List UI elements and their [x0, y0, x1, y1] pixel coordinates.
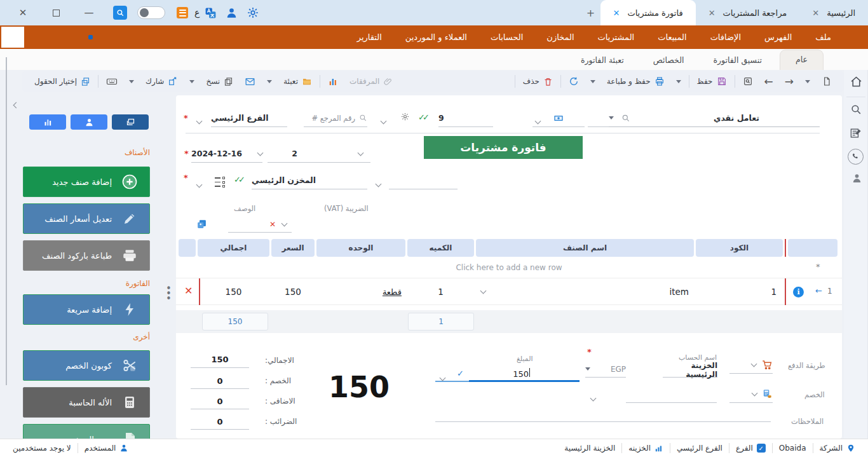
- close-window-icon[interactable]: ✕: [10, 0, 36, 25]
- invoice-date-field[interactable]: 2024-12-16: [191, 145, 262, 163]
- row-item-name-cell[interactable]: item: [476, 284, 694, 299]
- status-treasury-value[interactable]: الخزينة الرئيسية: [558, 444, 621, 453]
- account-name-field[interactable]: الخزينة الرئيسية: [663, 362, 717, 378]
- copy-button[interactable]: نسخ: [200, 71, 239, 92]
- add-item-button[interactable]: إضافة صنف جديد: [23, 167, 150, 197]
- strip-search-button[interactable]: [850, 104, 862, 116]
- attachments-button[interactable]: المرفقات: [344, 71, 398, 92]
- quick-add-button[interactable]: إضافة سريعة: [23, 294, 150, 325]
- menu-sales[interactable]: المبيعات: [658, 32, 686, 42]
- keyboard-button[interactable]: [100, 71, 123, 92]
- tab-purchase-invoice[interactable]: فاتورة مشتريات ✕: [600, 0, 696, 25]
- status-company-value[interactable]: Obaida: [773, 444, 813, 453]
- menu-addons[interactable]: الإضافات: [710, 32, 741, 42]
- discount-extra-dropdown-icon[interactable]: [591, 393, 595, 402]
- warehouse-list-dropdown-icon[interactable]: [197, 179, 201, 189]
- language-letter[interactable]: ع: [194, 8, 200, 18]
- refresh-button[interactable]: [563, 71, 585, 92]
- statistics-button[interactable]: [322, 71, 344, 92]
- row-code-cell[interactable]: 1: [696, 284, 783, 299]
- menu-index[interactable]: الفهرس: [764, 32, 792, 42]
- email-button[interactable]: [239, 71, 261, 92]
- subtab-invoice-fill[interactable]: تعبئة الفاتورة: [569, 51, 635, 70]
- minimize-window-icon[interactable]: —: [76, 0, 102, 25]
- search-icon[interactable]: [621, 114, 630, 123]
- fill-button[interactable]: تعبئة: [278, 71, 318, 92]
- edit-item-prices-button[interactable]: تعديل أسعار الصنف: [23, 203, 150, 234]
- new-tab-button[interactable]: +: [581, 0, 600, 25]
- menu-purchases[interactable]: المشتريات: [598, 32, 635, 42]
- status-branch[interactable]: ✓ الفرع: [729, 444, 772, 453]
- print-barcode-button[interactable]: طباعة باركود الصنف: [23, 240, 150, 271]
- settings-gear-icon[interactable]: [247, 6, 259, 19]
- invoice-series-field[interactable]: [322, 145, 370, 163]
- add-new-row[interactable]: Click here to add a new row: [176, 257, 842, 278]
- row-quantity-cell[interactable]: 1: [407, 284, 474, 299]
- sidebar-windows-button[interactable]: [112, 114, 149, 130]
- row-total-cell[interactable]: 150: [198, 284, 269, 299]
- new-document-dropdown[interactable]: [799, 71, 816, 92]
- date-dropdown-icon[interactable]: [257, 149, 264, 156]
- preview-button[interactable]: [737, 71, 759, 92]
- table-header-code[interactable]: الكود: [696, 239, 783, 257]
- payment-method-dropdown-icon[interactable]: [751, 360, 757, 367]
- share-button[interactable]: شارك: [140, 71, 184, 92]
- amount-dropdown-icon[interactable]: [440, 372, 445, 382]
- clear-vat-icon[interactable]: ✕: [269, 220, 276, 229]
- status-branch-value[interactable]: الفرع الرئيسي: [670, 444, 729, 453]
- subtab-invoice-format[interactable]: تنسيق الفاتورة: [702, 51, 773, 70]
- menu-warehouses[interactable]: المخازن: [546, 32, 574, 42]
- copy-dropdown[interactable]: [184, 71, 200, 92]
- branch-dropdown-icon[interactable]: [197, 116, 201, 125]
- invoice-number-field[interactable]: 2: [268, 145, 322, 163]
- vat-dropdown-icon[interactable]: [281, 220, 288, 226]
- cost-center-field[interactable]: [389, 172, 458, 189]
- close-tab-icon[interactable]: ✕: [812, 8, 819, 18]
- search-button[interactable]: [113, 6, 127, 20]
- tab-home[interactable]: الرئيسية ✕: [799, 0, 868, 25]
- home-button[interactable]: [850, 75, 863, 88]
- translate-icon[interactable]: [205, 7, 217, 19]
- drag-handle-icon[interactable]: •••: [166, 286, 172, 301]
- table-header-quantity[interactable]: الكميه: [407, 239, 474, 257]
- table-header-total[interactable]: اجمالي: [198, 239, 269, 257]
- strip-user-button[interactable]: [851, 173, 862, 184]
- strip-phone-button[interactable]: [848, 149, 864, 165]
- confirm-check-icon[interactable]: ✓: [457, 369, 464, 378]
- vertical-scrollbar[interactable]: [6, 57, 7, 385]
- status-treasury[interactable]: الخزينه: [622, 444, 670, 453]
- menu-reports[interactable]: التقارير: [357, 32, 382, 42]
- sidebar-chart-button[interactable]: [29, 114, 66, 130]
- table-header-item-name[interactable]: اسم الصنف: [476, 239, 694, 257]
- item-images-button[interactable]: صور الصنف: [23, 424, 150, 439]
- discount-value-field[interactable]: [626, 386, 717, 403]
- list-options-icon[interactable]: [215, 177, 225, 188]
- notes-field[interactable]: [435, 407, 771, 422]
- new-document-button[interactable]: [816, 71, 837, 92]
- delete-button[interactable]: حذف: [517, 71, 559, 92]
- sidebar-user-button[interactable]: [71, 114, 107, 130]
- currency-field[interactable]: EGP: [585, 361, 626, 378]
- warehouse-field[interactable]: المخزن الرئيسي: [252, 172, 367, 189]
- payment-method-field[interactable]: [729, 356, 773, 374]
- cash-type-field[interactable]: [532, 109, 585, 127]
- currency-dropdown-icon[interactable]: [585, 367, 590, 371]
- refresh-dropdown[interactable]: [585, 71, 601, 92]
- save-print-button[interactable]: حفظ و طباعة: [601, 71, 670, 92]
- menu-accounts[interactable]: الحسابات: [491, 32, 523, 42]
- subtab-general[interactable]: عام: [780, 50, 824, 70]
- status-company[interactable]: الشركة: [813, 444, 862, 453]
- strip-form-button[interactable]: [850, 127, 862, 139]
- amount-input[interactable]: 150: [469, 366, 580, 380]
- reference-number-field[interactable]: رقم المرجع #: [304, 109, 367, 127]
- delete-row-icon[interactable]: ✕: [184, 285, 193, 297]
- discount-dropdown-icon[interactable]: [752, 390, 758, 396]
- reference-dropdown-icon[interactable]: [381, 116, 386, 125]
- table-header-unit[interactable]: الوحده: [316, 239, 405, 257]
- choose-fields-button[interactable]: إختيار الحقول: [29, 71, 96, 92]
- calculator-button[interactable]: الأله الحاسبة: [23, 387, 150, 418]
- double-check-icon[interactable]: ✓✓: [418, 113, 427, 122]
- row-unit-cell[interactable]: قطعة: [316, 284, 405, 299]
- status-users-value[interactable]: لا يوجد مستخدمين: [6, 444, 78, 453]
- branch-field[interactable]: الفرع الرئيسي: [211, 109, 287, 127]
